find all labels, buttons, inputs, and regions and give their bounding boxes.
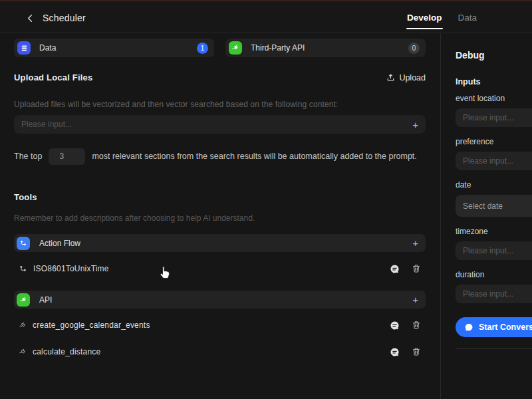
tool-name: create_google_calendar_events	[33, 321, 150, 330]
row-actions	[389, 263, 422, 274]
add-action-flow-plus-icon[interactable]: +	[412, 238, 418, 248]
upload-local-files-title: Upload Local Files	[14, 72, 92, 82]
third-party-api-label: Third-Party API	[251, 43, 305, 53]
upload-section-header: Upload Local Files Upload	[14, 72, 426, 82]
timezone-input[interactable]	[456, 241, 532, 260]
field-timezone: timezone	[456, 227, 532, 260]
api-group-label: API	[39, 295, 52, 305]
row-actions	[389, 320, 422, 331]
knowledge-cards-row: Data 1 Third-Party API 0	[14, 39, 426, 57]
tool-row-iso8601[interactable]: ISO8601ToUnixTime	[14, 261, 426, 277]
description-comment-icon[interactable]	[389, 263, 400, 274]
top-sentence-after: most relevant sections from the search r…	[92, 152, 416, 161]
inputs-label: Inputs	[456, 77, 532, 86]
upload-button-label: Upload	[399, 73, 426, 82]
delete-trash-icon[interactable]	[411, 320, 422, 331]
debug-divider	[456, 348, 532, 349]
upload-button[interactable]: Upload	[386, 73, 426, 82]
action-flow-label: Action Flow	[39, 239, 80, 248]
data-card[interactable]: Data 1	[14, 39, 214, 57]
database-icon	[17, 41, 31, 55]
start-conversation-button[interactable]: Start Conversation	[456, 317, 532, 337]
flow-icon-small	[19, 265, 27, 273]
data-count-badge: 1	[197, 43, 208, 54]
description-comment-icon[interactable]	[389, 320, 400, 331]
tab-data[interactable]: Data	[458, 13, 477, 23]
tool-name: calculate_distance	[33, 347, 100, 356]
description-comment-icon[interactable]	[389, 346, 400, 357]
main-content: Data 1 Third-Party API 0 Upload Local Fi…	[0, 33, 441, 399]
top-n-input[interactable]: 3	[49, 148, 85, 165]
delete-trash-icon[interactable]	[411, 263, 422, 274]
upload-icon	[386, 73, 395, 82]
tool-row-create-calendar[interactable]: create_google_calendar_events	[14, 317, 426, 333]
top-sections-sentence: The top3most relevant sections from the …	[14, 148, 420, 166]
api-plug-icon	[229, 41, 242, 55]
field-preference: preference	[456, 137, 532, 170]
vector-content-input-row: +	[14, 115, 426, 134]
debug-panel: Debug Inputs event location preference d…	[442, 33, 532, 399]
api-plug-icon	[17, 293, 30, 307]
duration-input[interactable]	[456, 285, 532, 303]
row-actions	[389, 346, 422, 357]
top-n-value: 3	[59, 148, 64, 166]
chevron-left-icon	[25, 13, 35, 23]
top-sentence-before: The top	[14, 152, 42, 161]
field-label: timezone	[456, 227, 532, 236]
chat-bubble-icon	[464, 323, 473, 332]
vectorize-description: Uploaded files will be vectorized and th…	[14, 100, 426, 109]
header-tabs: Develop Data	[407, 1, 477, 33]
event-location-input[interactable]	[456, 108, 532, 127]
add-api-plus-icon[interactable]: +	[412, 295, 418, 305]
tools-description: Remember to add descriptions after choos…	[14, 213, 426, 223]
api-group-header[interactable]: API +	[14, 291, 426, 309]
field-label: event location	[456, 94, 532, 103]
date-select-input[interactable]	[456, 195, 532, 217]
tool-row-calculate-distance[interactable]: calculate_distance	[14, 344, 426, 360]
vector-content-input[interactable]	[21, 120, 412, 129]
page-title: Scheduler	[43, 13, 86, 23]
tools-title: Tools	[14, 192, 426, 202]
tool-name: ISO8601ToUnixTime	[33, 264, 109, 273]
api-count-badge: 0	[408, 43, 420, 54]
tab-develop[interactable]: Develop	[407, 13, 442, 23]
field-date: date	[456, 180, 532, 217]
api-link-icon-small	[19, 348, 27, 356]
delete-trash-icon[interactable]	[411, 346, 422, 357]
api-link-icon-small	[19, 321, 27, 329]
action-flow-group-header[interactable]: Action Flow +	[14, 234, 426, 252]
back-button[interactable]	[24, 12, 36, 24]
flow-icon	[17, 237, 30, 250]
field-duration: duration	[456, 270, 532, 303]
field-label: preference	[456, 137, 532, 146]
header: Scheduler Develop Data	[0, 1, 532, 33]
app-window: Scheduler Develop Data Data 1 Third-Part…	[0, 0, 532, 399]
start-conversation-label: Start Conversation	[479, 323, 532, 332]
debug-title: Debug	[456, 50, 532, 61]
field-event-location: event location	[456, 94, 532, 127]
add-content-plus-icon[interactable]: +	[412, 120, 418, 130]
preference-input[interactable]	[456, 152, 532, 170]
field-label: duration	[456, 270, 532, 279]
third-party-api-card[interactable]: Third-Party API 0	[225, 39, 426, 57]
data-card-label: Data	[39, 43, 56, 53]
field-label: date	[456, 180, 532, 190]
